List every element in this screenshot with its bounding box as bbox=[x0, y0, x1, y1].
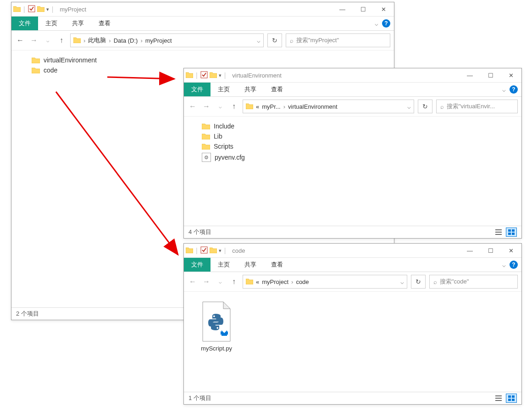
item-label: code bbox=[44, 67, 57, 74]
quick-access-dropdown-icon[interactable]: ▾ bbox=[219, 72, 222, 78]
folder-item-lib[interactable]: Lib bbox=[200, 131, 514, 141]
ribbon-tab-file[interactable]: 文件 bbox=[184, 258, 211, 272]
refresh-button[interactable]: ↻ bbox=[418, 100, 432, 113]
breadcrumb-overflow[interactable]: « bbox=[256, 103, 259, 110]
recent-dropdown-icon[interactable]: ⌵ bbox=[215, 104, 225, 110]
separator: | bbox=[196, 72, 198, 79]
back-button[interactable]: ← bbox=[188, 102, 198, 111]
breadcrumb[interactable]: › 此电脑 › Data (D:) › myProject ⌵ bbox=[70, 33, 264, 47]
breadcrumb-separator: › bbox=[83, 37, 85, 44]
folder-item-scripts[interactable]: Scripts bbox=[200, 141, 514, 151]
breadcrumb-item[interactable]: code bbox=[296, 278, 309, 285]
details-view-button[interactable] bbox=[493, 394, 504, 403]
folder-icon bbox=[202, 123, 210, 129]
recent-dropdown-icon[interactable]: ⌵ bbox=[215, 279, 225, 285]
breadcrumb-overflow[interactable]: « bbox=[256, 278, 259, 285]
icons-view-button[interactable] bbox=[506, 228, 517, 237]
search-input[interactable]: ⌕ 搜索"myProject" bbox=[286, 33, 390, 47]
back-button[interactable]: ← bbox=[15, 36, 25, 44]
breadcrumb-dropdown-icon[interactable]: ⌵ bbox=[407, 103, 411, 110]
file-item-myscript[interactable]: myScript.py bbox=[196, 301, 237, 352]
breadcrumb-dropdown-icon[interactable]: ⌵ bbox=[257, 37, 260, 44]
ribbon: 文件 主页 共享 查看 ⌵ ? bbox=[184, 258, 521, 272]
folder-icon bbox=[186, 247, 193, 255]
file-item-pyvenvcfg[interactable]: ⚙ pyvenv.cfg bbox=[200, 151, 514, 163]
maximize-button[interactable]: ☐ bbox=[480, 244, 501, 257]
search-input[interactable]: ⌕ 搜索"virtualEnvir... bbox=[436, 100, 518, 113]
window-title: virtualEnvironment bbox=[232, 72, 282, 79]
svg-rect-12 bbox=[508, 229, 511, 232]
forward-button[interactable]: → bbox=[201, 278, 211, 286]
back-button[interactable]: ← bbox=[188, 278, 198, 286]
ribbon-tab-file[interactable]: 文件 bbox=[184, 83, 211, 96]
folder-icon bbox=[246, 278, 253, 286]
search-icon: ⌕ bbox=[433, 278, 437, 285]
help-icon[interactable]: ? bbox=[510, 85, 518, 94]
address-bar: ← → ⌵ ↑ › 此电脑 › Data (D:) › myProject ⌵ … bbox=[11, 31, 394, 50]
maximize-button[interactable]: ☐ bbox=[353, 2, 373, 16]
separator: | bbox=[224, 72, 226, 79]
quick-access-dropdown-icon[interactable]: ▾ bbox=[219, 248, 222, 254]
collapse-ribbon-icon[interactable]: ⌵ bbox=[502, 86, 506, 93]
minimize-button[interactable]: — bbox=[460, 244, 480, 257]
ribbon-tab-home[interactable]: 主页 bbox=[211, 258, 237, 272]
collapse-ribbon-icon[interactable]: ⌵ bbox=[375, 20, 378, 27]
breadcrumb-item[interactable]: myProject bbox=[145, 37, 172, 44]
close-button[interactable]: ✕ bbox=[373, 2, 394, 16]
ribbon-tab-home[interactable]: 主页 bbox=[38, 17, 65, 30]
help-icon[interactable]: ? bbox=[382, 19, 390, 28]
item-label: virtualEnvironment bbox=[44, 56, 97, 64]
breadcrumb-separator: › bbox=[283, 103, 285, 110]
svg-rect-25 bbox=[512, 399, 515, 401]
recent-dropdown-icon[interactable]: ⌵ bbox=[43, 38, 53, 44]
svg-rect-15 bbox=[512, 233, 515, 235]
item-label: pyvenv.cfg bbox=[215, 154, 245, 161]
breadcrumb-item[interactable]: Data (D:) bbox=[114, 37, 138, 44]
breadcrumb-separator: › bbox=[291, 278, 293, 285]
breadcrumb[interactable]: « myPr... › virtualEnvironment ⌵ bbox=[243, 100, 414, 113]
up-button[interactable]: ↑ bbox=[229, 102, 239, 111]
checkbox-icon bbox=[28, 5, 35, 14]
ribbon-tab-home[interactable]: 主页 bbox=[211, 83, 237, 96]
refresh-button[interactable]: ↻ bbox=[411, 275, 426, 289]
svg-rect-24 bbox=[508, 399, 511, 401]
icons-view-button[interactable] bbox=[506, 394, 517, 403]
close-button[interactable]: ✕ bbox=[501, 244, 521, 257]
breadcrumb-item[interactable]: virtualEnvironment bbox=[288, 103, 338, 110]
minimize-button[interactable]: — bbox=[332, 2, 353, 16]
window-virtualenvironment: | ▾ | virtualEnvironment — ☐ ✕ 文件 主页 共享 … bbox=[183, 68, 522, 239]
folder-item-include[interactable]: Include bbox=[200, 121, 514, 131]
ribbon-tab-view[interactable]: 查看 bbox=[264, 258, 290, 272]
refresh-button[interactable]: ↻ bbox=[267, 33, 282, 47]
details-view-button[interactable] bbox=[493, 228, 504, 237]
breadcrumb-item[interactable]: 此电脑 bbox=[88, 36, 106, 44]
collapse-ribbon-icon[interactable]: ⌵ bbox=[502, 261, 506, 268]
up-button[interactable]: ↑ bbox=[229, 278, 239, 286]
config-file-icon: ⚙ bbox=[202, 153, 211, 162]
ribbon-tab-share[interactable]: 共享 bbox=[237, 83, 264, 96]
forward-button[interactable]: → bbox=[201, 102, 211, 111]
search-input[interactable]: ⌕ 搜索"code" bbox=[429, 275, 518, 289]
quick-access-dropdown-icon[interactable]: ▾ bbox=[46, 6, 49, 12]
ribbon-tab-view[interactable]: 查看 bbox=[91, 17, 118, 30]
minimize-button[interactable]: — bbox=[460, 68, 480, 82]
ribbon-tab-file[interactable]: 文件 bbox=[11, 17, 38, 30]
forward-button[interactable]: → bbox=[29, 36, 39, 44]
up-button[interactable]: ↑ bbox=[56, 36, 66, 44]
ribbon-tab-view[interactable]: 查看 bbox=[264, 83, 290, 96]
svg-rect-21 bbox=[495, 400, 502, 401]
ribbon-tab-share[interactable]: 共享 bbox=[65, 17, 91, 30]
ribbon: 文件 主页 共享 查看 ⌵ ? bbox=[184, 83, 521, 97]
content-area: myScript.py bbox=[184, 292, 521, 392]
folder-item-virtualenvironment[interactable]: virtualEnvironment bbox=[30, 55, 387, 65]
breadcrumb-dropdown-icon[interactable]: ⌵ bbox=[400, 278, 404, 285]
maximize-button[interactable]: ☐ bbox=[480, 68, 501, 82]
breadcrumb-item[interactable]: myProject bbox=[262, 278, 288, 285]
help-icon[interactable]: ? bbox=[510, 261, 518, 269]
breadcrumb-item[interactable]: myPr... bbox=[262, 103, 280, 110]
svg-rect-11 bbox=[495, 234, 502, 235]
close-button[interactable]: ✕ bbox=[501, 68, 521, 82]
breadcrumb[interactable]: « myProject › code ⌵ bbox=[243, 275, 407, 289]
separator: | bbox=[52, 6, 54, 13]
ribbon-tab-share[interactable]: 共享 bbox=[237, 258, 264, 272]
